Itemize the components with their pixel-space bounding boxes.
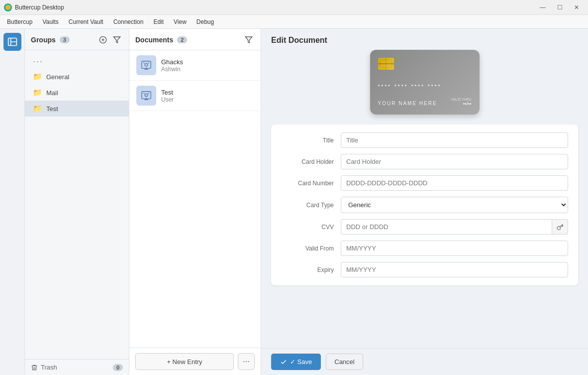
doc-item-ghacks[interactable]: Ghacks Ashwin bbox=[129, 50, 261, 81]
input-cardnumber[interactable] bbox=[341, 175, 568, 191]
save-label: ✓ Save bbox=[290, 358, 312, 366]
label-expiry: Expiry bbox=[281, 266, 341, 273]
label-cvv: CVV bbox=[281, 224, 341, 231]
label-title: Title bbox=[281, 137, 341, 144]
groups-count: 3 bbox=[60, 36, 70, 43]
card-chip bbox=[378, 58, 394, 70]
trash-count: 0 bbox=[113, 364, 123, 371]
more-icon: ··· bbox=[243, 357, 249, 366]
minimize-button[interactable]: — bbox=[535, 0, 550, 15]
svg-marker-5 bbox=[245, 37, 252, 43]
label-validfrom: Valid From bbox=[281, 245, 341, 252]
sidebar-more[interactable]: ··· bbox=[25, 54, 129, 69]
save-button[interactable]: ✓ Save bbox=[271, 354, 321, 370]
menu-debug[interactable]: Debug bbox=[192, 16, 219, 27]
menu-connection[interactable]: Connection bbox=[108, 16, 149, 27]
menubar: Buttercup Vaults Current Vault Connectio… bbox=[0, 15, 588, 29]
svg-point-7 bbox=[145, 63, 148, 66]
more-options-button[interactable]: ··· bbox=[238, 353, 255, 370]
form-row-cvv: CVV bbox=[281, 219, 568, 235]
card-name-display: YOUR NAME HERE bbox=[378, 101, 437, 106]
document-list: Ghacks Ashwin Test User bbox=[129, 50, 261, 348]
groups-panel: Groups 3 ··· 📁 General bbox=[25, 29, 129, 375]
filter-docs-button[interactable] bbox=[243, 34, 255, 46]
form-row-cardholder: Card Holder bbox=[281, 154, 568, 169]
trash-label: Trash bbox=[41, 364, 57, 371]
label-cardtype: Card Type bbox=[281, 202, 341, 209]
edit-footer: ✓ Save Cancel bbox=[261, 348, 588, 375]
app-icon bbox=[4, 3, 12, 11]
card-bottom: YOUR NAME HERE valid thru ••/•• bbox=[378, 98, 472, 107]
cvv-input-group bbox=[341, 219, 568, 235]
group-label-test: Test bbox=[46, 105, 58, 113]
doc-item-test[interactable]: Test User bbox=[129, 81, 261, 111]
menu-vaults[interactable]: Vaults bbox=[37, 16, 63, 27]
svg-rect-8 bbox=[142, 92, 151, 99]
select-cardtype[interactable]: Generic Visa MasterCard Amex bbox=[341, 197, 568, 213]
doc-avatar-ghacks bbox=[136, 55, 156, 75]
input-cvv[interactable] bbox=[341, 219, 552, 235]
documents-title: Documents bbox=[135, 36, 173, 44]
documents-footer: + New Entry ··· bbox=[129, 348, 261, 375]
card-visual: •••• •••• •••• •••• YOUR NAME HERE valid… bbox=[370, 50, 480, 115]
menu-view[interactable]: View bbox=[169, 16, 192, 27]
form-row-cardtype: Card Type Generic Visa MasterCard Amex bbox=[281, 197, 568, 213]
group-item-test[interactable]: 📁 Test bbox=[25, 101, 129, 117]
edit-form: Title Card Holder Card Number Card Type bbox=[271, 125, 578, 285]
edit-title: Edit Document bbox=[261, 29, 588, 50]
app-title: Buttercup Desktop bbox=[15, 4, 64, 11]
group-label-mail: Mail bbox=[46, 89, 58, 97]
cvv-reveal-button[interactable] bbox=[552, 219, 568, 235]
trash-button[interactable]: Trash bbox=[31, 364, 57, 371]
doc-info-ghacks: Ghacks Ashwin bbox=[161, 58, 183, 73]
new-entry-label: + New Entry bbox=[167, 358, 202, 366]
folder-icon: 📁 bbox=[33, 72, 42, 81]
menu-edit[interactable]: Edit bbox=[148, 16, 169, 27]
svg-marker-4 bbox=[113, 37, 120, 43]
input-validfrom[interactable] bbox=[341, 241, 568, 256]
groups-footer: Trash 0 bbox=[25, 359, 129, 375]
menu-buttercup[interactable]: Buttercup bbox=[2, 16, 37, 27]
vault-icon[interactable] bbox=[3, 33, 21, 51]
group-item-mail[interactable]: 📁 Mail bbox=[25, 85, 129, 101]
folder-icon: 📁 bbox=[33, 104, 42, 113]
form-row-validfrom: Valid From bbox=[281, 241, 568, 256]
form-row-cardnumber: Card Number bbox=[281, 175, 568, 191]
valid-thru-label: valid thru bbox=[451, 98, 472, 101]
doc-avatar-test bbox=[136, 86, 156, 106]
svg-point-9 bbox=[145, 94, 148, 97]
trash-icon bbox=[31, 364, 38, 371]
cancel-button[interactable]: Cancel bbox=[326, 354, 363, 370]
valid-thru-value: ••/•• bbox=[451, 101, 472, 107]
card-number-dots: •••• •••• •••• •••• bbox=[378, 82, 472, 88]
sidebar-toggle-panel bbox=[0, 29, 25, 375]
card-holder-display: YOUR NAME HERE bbox=[378, 99, 437, 107]
groups-header: Groups 3 bbox=[25, 29, 129, 50]
checkmark-icon bbox=[280, 359, 287, 366]
maximize-button[interactable]: ☐ bbox=[552, 0, 567, 15]
doc-name-test: Test bbox=[161, 89, 174, 96]
group-label-general: General bbox=[46, 73, 69, 81]
doc-sub-ghacks: Ashwin bbox=[161, 66, 183, 73]
filter-groups-button[interactable] bbox=[111, 34, 123, 46]
folder-icon: 📁 bbox=[33, 88, 42, 97]
group-item-general[interactable]: 📁 General bbox=[25, 69, 129, 85]
titlebar: Buttercup Desktop — ☐ ✕ bbox=[0, 0, 588, 15]
input-cardholder[interactable] bbox=[341, 154, 568, 169]
form-row-expiry: Expiry bbox=[281, 262, 568, 277]
documents-count: 2 bbox=[177, 36, 187, 43]
doc-info-test: Test User bbox=[161, 89, 174, 103]
add-group-button[interactable] bbox=[97, 34, 109, 46]
form-row-title: Title bbox=[281, 132, 568, 148]
input-expiry[interactable] bbox=[341, 262, 568, 277]
label-cardnumber: Card Number bbox=[281, 180, 341, 187]
close-button[interactable]: ✕ bbox=[569, 0, 584, 15]
doc-name-ghacks: Ghacks bbox=[161, 58, 183, 66]
svg-rect-6 bbox=[142, 61, 151, 69]
documents-header: Documents 2 bbox=[129, 29, 261, 50]
input-title[interactable] bbox=[341, 132, 568, 148]
new-entry-button[interactable]: + New Entry bbox=[135, 353, 234, 370]
card-valid-display: valid thru ••/•• bbox=[451, 98, 472, 107]
label-cardholder: Card Holder bbox=[281, 158, 341, 165]
menu-current-vault[interactable]: Current Vault bbox=[64, 16, 108, 27]
